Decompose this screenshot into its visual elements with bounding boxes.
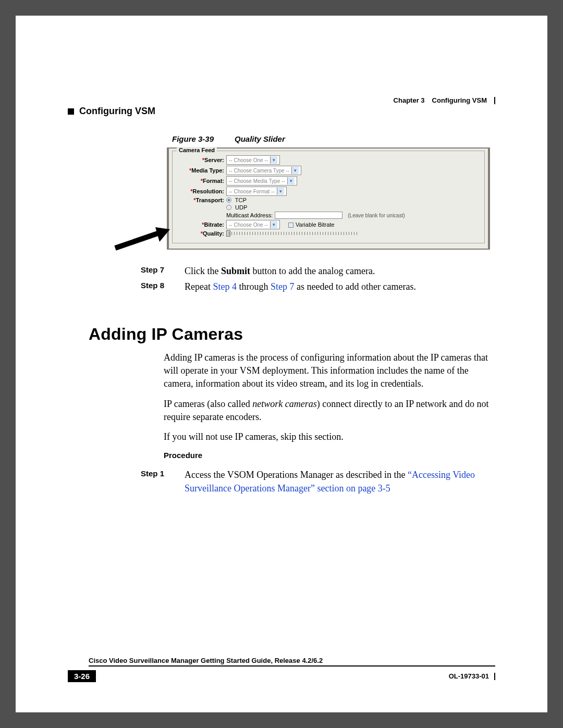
- radio-tcp-label: TCP: [235, 197, 247, 203]
- multicast-input[interactable]: [275, 212, 342, 219]
- select-resolution[interactable]: -- Choose Format -- ▾: [226, 187, 287, 196]
- link-step-4[interactable]: Step 4: [213, 281, 237, 292]
- chevron-down-icon: ▾: [270, 221, 277, 228]
- label-format: Format:: [177, 178, 226, 184]
- select-server[interactable]: -- Choose One -- ▾: [226, 155, 280, 165]
- fieldset-legend: Camera Feed: [177, 147, 217, 153]
- multicast-label: Multicast Address:: [226, 212, 273, 218]
- step-7: Step 7 Click the Submit button to add th…: [141, 264, 495, 278]
- select-bitrate[interactable]: -- Choose One -- ▾: [226, 220, 280, 229]
- step-label: Step 1: [141, 468, 185, 495]
- chevron-down-icon: ▾: [277, 188, 284, 195]
- chevron-down-icon: ▾: [270, 156, 277, 164]
- running-head: Configuring VSM: [79, 106, 155, 117]
- multicast-hint: (Leave blank for unicast): [348, 213, 405, 218]
- select-media-type[interactable]: -- Choose Camera Type -- ▾: [226, 166, 301, 175]
- chevron-down-icon: ▾: [291, 167, 299, 174]
- header-marker: [68, 108, 74, 115]
- label-media-type: Media Type:: [177, 167, 226, 174]
- procedure-heading: Procedure: [164, 451, 495, 460]
- step-8: Step 8 Repeat Step 4 through Step 7 as n…: [141, 280, 495, 293]
- body-paragraph: IP cameras (also called network cameras)…: [164, 398, 495, 424]
- label-transport: Transport:: [177, 197, 226, 203]
- body-paragraph: If you will not use IP cameras, skip thi…: [164, 430, 495, 443]
- footer-rule: [494, 673, 495, 680]
- radio-udp[interactable]: [226, 205, 231, 210]
- radio-udp-label: UDP: [235, 204, 247, 211]
- radio-tcp[interactable]: [226, 198, 231, 203]
- checkbox-variable-bitrate[interactable]: [288, 223, 293, 228]
- section-heading: Adding IP Cameras: [89, 325, 495, 344]
- figure-title: Quality Slider: [235, 134, 285, 143]
- label-resolution: Resolution:: [177, 188, 226, 194]
- page-number: 3-26: [68, 670, 96, 682]
- step-label: Step 8: [141, 280, 185, 293]
- doc-number: OL-19733-01: [449, 672, 489, 680]
- step-1: Step 1 Access the VSOM Operations Manage…: [141, 468, 495, 495]
- label-server: Server:: [177, 157, 226, 163]
- link-step-7[interactable]: Step 7: [271, 281, 295, 292]
- chevron-down-icon: ▾: [287, 177, 295, 184]
- variable-bitrate-label: Variable Bitrate: [296, 221, 334, 228]
- step-label: Step 7: [141, 264, 185, 278]
- header-rule: [494, 97, 495, 104]
- footer-doc-title: Cisco Video Surveillance Manager Getting…: [89, 657, 495, 667]
- figure-label: Figure 3-39: [172, 134, 214, 143]
- arrow-icon: [113, 223, 186, 254]
- quality-slider[interactable]: [226, 232, 362, 236]
- chapter-label: Chapter 3: [394, 96, 425, 104]
- body-paragraph: Adding IP cameras is the process of conf…: [164, 351, 495, 390]
- figure-quality-slider: Camera Feed Server: -- Choose One -- ▾ M…: [167, 147, 490, 250]
- figure-caption: Figure 3-39 Quality Slider: [172, 134, 495, 143]
- select-format[interactable]: -- Choose Media Type -- ▾: [226, 176, 297, 186]
- chapter-title: Configuring VSM: [432, 96, 487, 104]
